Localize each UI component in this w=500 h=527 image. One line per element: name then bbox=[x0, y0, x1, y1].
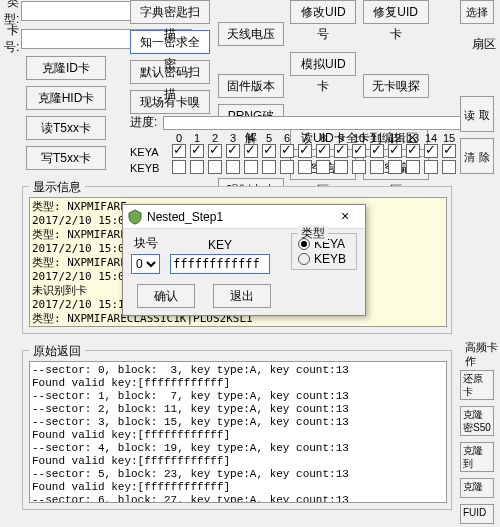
keyb-row-label: KEYB bbox=[130, 162, 170, 174]
key-checkbox[interactable] bbox=[208, 144, 222, 158]
hf-label1: 高频卡 bbox=[465, 340, 498, 355]
key-checkbox[interactable] bbox=[298, 160, 312, 174]
emulate-uid-button[interactable]: 模拟UID卡 bbox=[290, 52, 356, 76]
restore-card-button[interactable]: 还原卡S50- bbox=[460, 370, 494, 400]
key-checkbox[interactable] bbox=[172, 144, 186, 158]
key-checkbox[interactable] bbox=[334, 160, 348, 174]
clone-hid-button[interactable]: 克隆HID卡 bbox=[26, 86, 106, 110]
key-checkbox[interactable] bbox=[190, 144, 204, 158]
antenna-voltage-button[interactable]: 天线电压 bbox=[218, 22, 284, 46]
nested-step1-dialog: Nested_Step1 × 块号 0 KEY 类型 KEYA KEYB 确认 … bbox=[122, 204, 366, 316]
clone-button[interactable]: 克隆 bbox=[460, 478, 494, 498]
modify-uid-button[interactable]: 修改UID号 bbox=[290, 0, 356, 24]
select-button[interactable]: 选择 bbox=[460, 0, 494, 24]
clear-button[interactable]: 清 除 bbox=[460, 138, 494, 174]
key-checkbox[interactable] bbox=[406, 160, 420, 174]
key-checkbox[interactable] bbox=[280, 160, 294, 174]
dialog-ok-button[interactable]: 确认 bbox=[137, 284, 195, 308]
key-checkbox[interactable] bbox=[334, 144, 348, 158]
key-checkbox[interactable] bbox=[244, 144, 258, 158]
key-checkbox[interactable] bbox=[262, 144, 276, 158]
read-button[interactable]: 读 取 bbox=[460, 96, 494, 132]
key-checkbox[interactable] bbox=[424, 144, 438, 158]
key-checkbox[interactable] bbox=[388, 160, 402, 174]
dialog-title: Nested_Step1 bbox=[147, 210, 329, 224]
fuid-button[interactable]: FUID bbox=[460, 504, 494, 524]
firmware-ver-button[interactable]: 固件版本 bbox=[218, 74, 284, 98]
key-checkbox[interactable] bbox=[208, 160, 222, 174]
nocard-sniff-button[interactable]: 无卡嗅探 bbox=[363, 74, 429, 98]
progress-label: 进度: bbox=[130, 114, 157, 131]
keytype-group: 类型 KEYA KEYB bbox=[291, 233, 357, 270]
dialog-icon bbox=[127, 209, 143, 225]
key-checkbox[interactable] bbox=[244, 160, 258, 174]
key-checkbox[interactable] bbox=[352, 160, 366, 174]
nested-attack-button[interactable]: 知一密求全密 bbox=[130, 30, 210, 54]
raw-return-group: 原始返回 --sector: 0, block: 3, key type:A, … bbox=[22, 350, 452, 510]
key-checkbox[interactable] bbox=[424, 160, 438, 174]
dialog-exit-button[interactable]: 退出 bbox=[213, 284, 271, 308]
progress-bar bbox=[163, 116, 473, 130]
key-checkbox[interactable] bbox=[172, 160, 186, 174]
key-checkbox[interactable] bbox=[352, 144, 366, 158]
clone-white-s50-button[interactable]: 克隆到白S50 bbox=[460, 442, 494, 472]
raw-return-log[interactable]: --sector: 0, block: 3, key type:A, key c… bbox=[29, 361, 447, 503]
repair-uid-button[interactable]: 修复UID卡 bbox=[363, 0, 429, 24]
clone-s50-button[interactable]: 克隆密S50 bbox=[460, 406, 494, 436]
keyb-radio[interactable]: KEYB bbox=[298, 252, 350, 266]
write-t5xx-button[interactable]: 写T5xx卡 bbox=[26, 146, 106, 170]
block-label: 块号 bbox=[134, 235, 158, 252]
key-checkbox[interactable] bbox=[370, 144, 384, 158]
key-checkbox[interactable] bbox=[262, 160, 276, 174]
key-label: KEY bbox=[208, 238, 232, 252]
dialog-close-button[interactable]: × bbox=[329, 207, 361, 227]
default-pwd-scan-button[interactable]: 默认密码扫描 bbox=[130, 60, 210, 84]
display-info-title: 显示信息 bbox=[29, 179, 85, 196]
key-checkbox[interactable] bbox=[298, 144, 312, 158]
fan-label: 扇区 bbox=[472, 36, 496, 53]
key-checkbox[interactable] bbox=[370, 160, 384, 174]
key-checkbox[interactable] bbox=[388, 144, 402, 158]
raw-return-title: 原始返回 bbox=[29, 343, 85, 360]
key-checkbox[interactable] bbox=[406, 144, 420, 158]
dict-key-scan-button[interactable]: 字典密匙扫描 bbox=[130, 0, 210, 24]
card-label: 卡号: bbox=[4, 22, 21, 56]
keya-row-label: KEYA bbox=[130, 146, 170, 158]
block-select[interactable]: 0 bbox=[131, 254, 160, 274]
key-checkbox[interactable] bbox=[190, 160, 204, 174]
read-t5xx-button[interactable]: 读T5xx卡 bbox=[26, 116, 106, 140]
key-checkbox[interactable] bbox=[316, 144, 330, 158]
key-checkbox[interactable] bbox=[442, 160, 456, 174]
key-checkbox[interactable] bbox=[280, 144, 294, 158]
key-checkbox[interactable] bbox=[316, 160, 330, 174]
key-input[interactable] bbox=[170, 254, 270, 274]
key-checkbox[interactable] bbox=[226, 144, 240, 158]
key-checkbox[interactable] bbox=[226, 160, 240, 174]
hf-label2: 作 bbox=[465, 354, 476, 369]
sniff-card-button[interactable]: 现场有卡嗅探 bbox=[130, 90, 210, 114]
key-checkbox[interactable] bbox=[442, 144, 456, 158]
clone-id-button[interactable]: 克隆ID卡 bbox=[26, 56, 106, 80]
key-grid: 0123456789101112131415 KEYA KEYB bbox=[130, 132, 458, 176]
